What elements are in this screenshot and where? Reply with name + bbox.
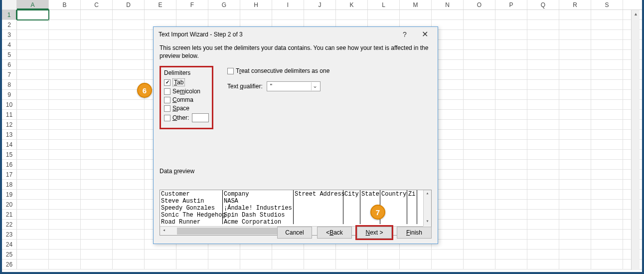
row-header[interactable]: 26 xyxy=(2,260,17,270)
cell[interactable] xyxy=(559,150,591,160)
cell[interactable] xyxy=(495,260,527,270)
vertical-scrollbar[interactable]: ▴ xyxy=(631,10,640,270)
cell[interactable] xyxy=(464,250,495,260)
cell[interactable] xyxy=(495,20,527,30)
cell[interactable] xyxy=(495,30,527,40)
cell[interactable] xyxy=(591,40,623,50)
cell[interactable] xyxy=(591,80,623,90)
cell[interactable] xyxy=(208,250,240,260)
cell[interactable] xyxy=(591,110,623,120)
row-header[interactable]: 6 xyxy=(2,60,17,70)
cell[interactable] xyxy=(17,70,49,80)
cell[interactable] xyxy=(17,140,49,150)
cell[interactable] xyxy=(176,10,208,20)
cell[interactable] xyxy=(495,170,527,180)
cell[interactable] xyxy=(527,180,559,190)
cell[interactable] xyxy=(591,260,623,270)
cell[interactable] xyxy=(464,70,495,80)
cell[interactable] xyxy=(591,170,623,180)
cell[interactable] xyxy=(527,80,559,90)
cell[interactable] xyxy=(591,20,623,30)
row-header[interactable]: 21 xyxy=(2,210,17,220)
row-header[interactable]: 24 xyxy=(2,240,17,250)
cell[interactable] xyxy=(113,30,145,40)
cell[interactable] xyxy=(113,240,145,250)
cell[interactable] xyxy=(559,170,591,180)
cell[interactable] xyxy=(400,260,432,270)
cell[interactable] xyxy=(81,80,113,90)
cancel-button[interactable]: Cancel xyxy=(277,227,312,239)
scroll-left-icon[interactable]: ◂ xyxy=(160,227,168,235)
cell[interactable] xyxy=(336,10,368,20)
cell[interactable] xyxy=(368,10,400,20)
cell[interactable] xyxy=(17,150,49,160)
cell[interactable] xyxy=(176,260,208,270)
cell[interactable] xyxy=(527,10,559,20)
cell[interactable] xyxy=(17,30,49,40)
space-checkbox[interactable] xyxy=(164,105,170,112)
cell[interactable] xyxy=(113,210,145,220)
cell[interactable] xyxy=(559,250,591,260)
cell[interactable] xyxy=(464,110,495,120)
cell[interactable] xyxy=(272,10,304,20)
cell[interactable] xyxy=(17,200,49,210)
semicolon-checkbox[interactable] xyxy=(164,88,170,95)
cell[interactable] xyxy=(495,40,527,50)
cell[interactable] xyxy=(17,170,49,180)
column-header-e[interactable]: E xyxy=(145,0,176,9)
cell[interactable] xyxy=(527,110,559,120)
cell[interactable] xyxy=(113,220,145,230)
cell[interactable] xyxy=(559,60,591,70)
cell[interactable] xyxy=(591,90,623,100)
column-header-q[interactable]: Q xyxy=(527,0,559,9)
cell[interactable] xyxy=(113,160,145,170)
cell[interactable] xyxy=(49,60,81,70)
cell[interactable] xyxy=(49,180,81,190)
cell[interactable] xyxy=(240,250,272,260)
row-header[interactable]: 7 xyxy=(2,70,17,80)
cell[interactable] xyxy=(17,110,49,120)
cell[interactable] xyxy=(81,160,113,170)
cell[interactable] xyxy=(527,240,559,250)
cell[interactable] xyxy=(49,190,81,200)
tab-checkbox[interactable] xyxy=(164,79,170,86)
cell[interactable] xyxy=(304,10,336,20)
cell[interactable] xyxy=(81,190,113,200)
row-header[interactable]: 8 xyxy=(2,80,17,90)
cell[interactable] xyxy=(145,10,176,20)
select-all-corner[interactable] xyxy=(2,0,17,9)
cell[interactable] xyxy=(495,200,527,210)
cell[interactable] xyxy=(464,190,495,200)
cell[interactable] xyxy=(113,40,145,50)
cell[interactable] xyxy=(591,70,623,80)
cell[interactable] xyxy=(527,210,559,220)
other-delimiter-input[interactable] xyxy=(192,113,209,122)
cell[interactable] xyxy=(495,60,527,70)
cell[interactable] xyxy=(49,130,81,140)
row-header[interactable]: 17 xyxy=(2,170,17,180)
cell[interactable] xyxy=(17,80,49,90)
cell[interactable] xyxy=(591,210,623,220)
cell[interactable] xyxy=(591,100,623,110)
cell[interactable] xyxy=(17,90,49,100)
cell[interactable] xyxy=(17,220,49,230)
cell[interactable] xyxy=(527,90,559,100)
cell[interactable] xyxy=(49,80,81,90)
cell[interactable] xyxy=(559,50,591,60)
cell[interactable] xyxy=(464,220,495,230)
cell[interactable] xyxy=(495,110,527,120)
row-header[interactable]: 18 xyxy=(2,180,17,190)
cell[interactable] xyxy=(559,210,591,220)
cell[interactable] xyxy=(591,30,623,40)
column-header-o[interactable]: O xyxy=(464,0,495,9)
cell[interactable] xyxy=(527,250,559,260)
cell[interactable] xyxy=(464,240,495,250)
cell[interactable] xyxy=(559,90,591,100)
cell[interactable] xyxy=(527,260,559,270)
row-header[interactable]: 11 xyxy=(2,110,17,120)
cell[interactable] xyxy=(49,230,81,240)
cell[interactable] xyxy=(113,150,145,160)
cell[interactable] xyxy=(495,80,527,90)
cell[interactable] xyxy=(527,230,559,240)
cell[interactable] xyxy=(432,10,464,20)
